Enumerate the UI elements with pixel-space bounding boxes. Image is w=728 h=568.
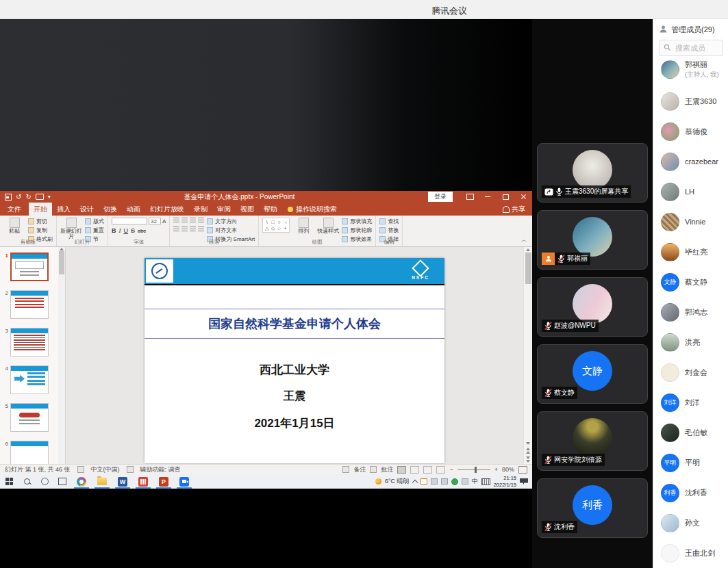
screenshot-tray-icon[interactable] [421, 478, 427, 485]
tellme-box[interactable]: 操作说明搜索 [288, 203, 337, 216]
shapes-gallery[interactable]: \□○→△◇☆+ [262, 218, 290, 233]
participant-row[interactable]: 毛伯敏 [653, 417, 728, 448]
language-indicator[interactable]: 中文(中国) [91, 465, 120, 474]
start-slideshow-icon[interactable] [36, 194, 44, 200]
red-app-icon[interactable] [133, 474, 153, 489]
list-format-icon[interactable] [190, 227, 196, 232]
zoom-out-button[interactable]: − [449, 466, 453, 473]
undo-icon[interactable]: ↺ [16, 194, 21, 201]
participant-row[interactable]: LH [653, 177, 728, 207]
normal-view-button[interactable] [397, 466, 406, 474]
zoom-in-button[interactable]: + [494, 466, 498, 473]
participant-row[interactable]: 利香沈利香 [653, 478, 728, 508]
participant-row[interactable]: crazebear [653, 146, 728, 177]
format-B-button[interactable]: B [112, 227, 116, 234]
tab-录制[interactable]: 录制 [189, 203, 212, 216]
participant-row[interactable]: 洪亮 [653, 327, 728, 357]
ribbon-button-重置[interactable]: 重置 [85, 227, 104, 234]
format-abc-button[interactable]: abc [138, 228, 146, 234]
link-tray-icon[interactable] [462, 478, 468, 485]
ribbon-button-快速样式[interactable]: 快速样式 [317, 218, 339, 234]
format-S-button[interactable]: S [131, 227, 135, 234]
comments-toggle[interactable]: 批注 [381, 465, 393, 474]
list-format-icon[interactable] [173, 227, 179, 232]
accessibility-status[interactable]: 辅助功能: 调查 [140, 465, 181, 474]
ppt-share-button[interactable]: 共享 [503, 203, 525, 216]
volume-icon[interactable] [441, 478, 448, 485]
taskbar-search-button[interactable] [18, 474, 36, 489]
ribbon-button-形状填充[interactable]: 形状填充 [342, 218, 372, 225]
tab-动画[interactable]: 动画 [122, 203, 145, 216]
participant-row[interactable]: 毕红亮 [653, 237, 728, 267]
next-slide-button[interactable] [526, 456, 530, 463]
word-icon[interactable]: W [112, 474, 133, 489]
ime-indicator[interactable]: 中 [472, 477, 478, 486]
ribbon-options-button[interactable] [461, 191, 479, 203]
slide[interactable]: NSFC 国家自然科学基金申请个人体会 西北工业大学 王震 2021年1月15日 [145, 258, 444, 463]
zoom-percent[interactable]: 80% [502, 466, 514, 473]
tab-帮助[interactable]: 帮助 [259, 203, 282, 216]
ribbon-button-文字方向[interactable]: 文字方向 [207, 218, 255, 225]
slide-thumbnail-4[interactable]: 4 [1, 365, 58, 394]
slideshow-view-button[interactable] [436, 466, 445, 474]
participant-search-box[interactable] [659, 40, 723, 56]
format-I-button[interactable]: I [119, 227, 121, 234]
list-format-icon[interactable] [181, 227, 188, 232]
zoom-slider-thumb[interactable] [475, 467, 477, 473]
participant-row[interactable]: 郭鸿志 [653, 297, 728, 327]
tab-审阅[interactable]: 审阅 [212, 203, 236, 216]
ribbon-button-版式[interactable]: 版式 [85, 218, 104, 225]
minimize-button[interactable] [479, 191, 497, 203]
ribbon-button-形状轮廓[interactable]: 形状轮廓 [342, 227, 372, 234]
participant-row[interactable]: 平明平明 [653, 448, 728, 478]
list-format-icon[interactable] [181, 218, 188, 223]
participant-row[interactable]: 刘洋刘洋 [653, 387, 728, 417]
canvas-scrollbar[interactable] [523, 247, 532, 464]
video-tile[interactable]: 网安学院刘倍源 [537, 411, 648, 471]
fit-slide-button[interactable] [518, 466, 527, 474]
zoom-slider[interactable] [457, 469, 490, 470]
ribbon-button-剪切[interactable]: 剪切 [28, 218, 53, 225]
participant-row[interactable]: 孙文 [653, 508, 728, 538]
slide-thumbnail-3[interactable]: 3 [1, 328, 58, 357]
restore-button[interactable] [497, 191, 514, 203]
reading-view-button[interactable] [423, 466, 432, 474]
cortana-button[interactable] [36, 474, 53, 489]
ribbon-button-对齐文本[interactable]: 对齐文本 [207, 227, 255, 234]
ribbon-button-新建幻灯片[interactable]: 新建幻灯片 [60, 218, 82, 240]
video-tile[interactable]: 王震3630的屏幕共享 [537, 143, 648, 203]
ribbon-button-粘贴[interactable]: 粘贴 [3, 218, 25, 234]
list-format-icon[interactable] [198, 227, 204, 232]
grow-font-icon[interactable]: A [162, 218, 166, 224]
slide-thumbnail-6[interactable]: 6 [1, 441, 58, 464]
start-button[interactable] [0, 474, 18, 489]
participant-row[interactable]: 刘金会 [653, 357, 728, 387]
participant-row[interactable]: 文静蔡文静 [653, 267, 728, 297]
format-U-button[interactable]: U [124, 227, 129, 234]
tab-设计[interactable]: 设计 [75, 203, 99, 216]
slide-thumbnail-1[interactable]: 1 [1, 253, 58, 281]
close-button[interactable] [514, 191, 532, 203]
notification-center-icon[interactable] [520, 478, 528, 485]
previous-slide-button[interactable] [526, 448, 530, 454]
list-format-icon[interactable] [173, 218, 179, 223]
thumbnail-scrollbar[interactable] [58, 247, 65, 464]
taskbar-clock[interactable]: 21:15 2022/1/15 [494, 475, 516, 488]
list-format-icon[interactable] [198, 218, 204, 223]
keyboard-layout-icon[interactable] [481, 478, 490, 485]
signin-button[interactable]: 登录 [428, 192, 453, 202]
participant-row[interactable]: 慕德俊 [653, 116, 728, 146]
collapse-ribbon-icon[interactable]: ︿ [516, 236, 532, 246]
tab-幻灯片放映[interactable]: 幻灯片放映 [145, 203, 189, 216]
tencent-meeting-icon[interactable] [174, 474, 194, 489]
weather-icon[interactable] [375, 478, 381, 485]
list-format-icon[interactable] [190, 218, 196, 223]
weather-text[interactable]: 6°C 晴朗 [385, 477, 410, 486]
font-name-box[interactable] [112, 218, 147, 224]
participant-row[interactable]: 王曲北剑 [653, 538, 728, 568]
notes-toggle[interactable]: 备注 [353, 465, 366, 474]
participant-row[interactable]: Vinnie [653, 207, 728, 237]
tab-切换[interactable]: 切换 [99, 203, 122, 216]
slide-editing-canvas[interactable]: NSFC 国家自然科学基金申请个人体会 西北工业大学 王震 2021年1月15日 [66, 247, 523, 464]
video-tile[interactable]: 赵波@NWPU [537, 277, 648, 337]
